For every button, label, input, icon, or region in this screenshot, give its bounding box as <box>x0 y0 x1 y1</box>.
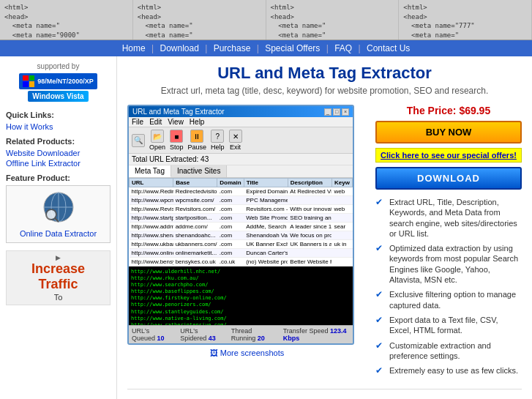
content-split: URL and Meta Tag Extractor _ □ × File Ed… <box>127 105 522 381</box>
col-keywords: Keyw <box>331 179 352 187</box>
buy-now-button[interactable]: BUY NOW <box>375 121 522 143</box>
nav-faq[interactable]: FAQ <box>331 43 356 53</box>
features-list: ✔Extract URL, Title, Description, Keywor… <box>375 197 522 377</box>
code-section-4: <html><head> <meta name="777" <meta name… <box>399 0 532 40</box>
feature-item: ✔Optimized data extraction by using keyw… <box>375 243 522 285</box>
col-url: URL <box>130 179 173 187</box>
open-icon: 📂 <box>151 130 164 143</box>
globe-icon <box>40 189 77 225</box>
feature-item: ✔Export data to a Text file, CSV, Excel,… <box>375 315 522 336</box>
windows-logo: 98/Me/NT/2000/XP <box>19 73 97 89</box>
terminal-line: http://www.ulderhill.nhc.net/ <box>131 269 351 275</box>
nav-bar: Home | Download | Purchase | Special Off… <box>0 40 532 56</box>
intro-section: Introduction <box>127 389 522 399</box>
more-screenshots-link[interactable]: 🖼 More screenshots <box>127 348 367 357</box>
windows-flag-icon <box>23 75 34 87</box>
check-icon: ✔ <box>375 340 386 352</box>
table-row: http://www.startposition...startposition… <box>130 214 353 223</box>
toolbar-exit-btn[interactable]: ✕ Exit <box>229 130 242 151</box>
menu-file[interactable]: File <box>132 118 143 126</box>
open-label: Open <box>149 143 165 151</box>
menu-edit[interactable]: Edit <box>149 118 162 126</box>
stop-icon: ■ <box>170 130 183 143</box>
terminal-line: http://www.native-a-living.com/ <box>131 316 351 322</box>
feature-product-name[interactable]: Online Data Extractor <box>10 229 107 238</box>
terminal-line: http://www.baseflippes.com/ <box>131 288 351 295</box>
code-section-2: <html><head> <meta name=" <meta name=" <… <box>133 0 266 40</box>
total-extracted: Total URL Extracted: 43 <box>129 154 353 165</box>
quick-links-title: Quick Links: <box>6 111 110 119</box>
terminal-line: http://www.firstkey-online.com/ <box>131 295 351 302</box>
pricing-panel: The Price: $69.95 BUY NOW Click here to … <box>375 105 522 381</box>
app-menubar: File Edit View Help <box>129 117 353 127</box>
tab-inactive-sites[interactable]: Inactive Sites <box>171 165 227 177</box>
stop-label: Stop <box>170 143 184 151</box>
check-icon: ✔ <box>375 243 386 255</box>
exit-icon: ✕ <box>229 130 242 143</box>
pause-icon: ⏸ <box>190 130 203 143</box>
special-offers-link[interactable]: Click here to see our special offers! <box>375 148 522 163</box>
code-section-3: <html><head> <meta name=" <meta name=" <… <box>266 0 400 40</box>
toolbar-open-btn[interactable]: 📂 Open <box>149 130 165 151</box>
col-base: Base <box>173 179 217 187</box>
col-description: Description <box>288 179 331 187</box>
menu-help[interactable]: Help <box>190 118 205 126</box>
app-toolbar: 🔍 📂 Open ■ Stop ⏸ Pause <box>129 127 353 154</box>
offline-link-extractor-link[interactable]: Offline Link Extractor <box>6 159 110 168</box>
urls-queued-status: URL's Queued 10 <box>132 327 174 342</box>
nav-contact[interactable]: Contact Us <box>363 43 413 53</box>
maximize-button[interactable]: □ <box>333 108 340 116</box>
price-label: The Price: $69.95 <box>375 105 522 116</box>
page-subtitle: Extract url, meta tag (title, desc, keyw… <box>127 86 522 96</box>
app-statusbar: URL's Queued 10 URL's Spidered 43 Thread… <box>129 325 353 343</box>
close-button[interactable]: × <box>342 108 349 116</box>
nav-special-offers[interactable]: Special Offers <box>261 43 323 53</box>
col-title: Title <box>244 179 288 187</box>
supported-label: supported by <box>6 62 110 70</box>
sidebar: supported by 98/Me/NT/2000/XP Windows Vi… <box>0 56 117 399</box>
minimize-button[interactable]: _ <box>324 108 331 116</box>
svg-point-4 <box>46 209 56 220</box>
tab-meta-tag[interactable]: Meta Tag <box>129 165 171 177</box>
toolbar-search-btn[interactable]: 🔍 <box>132 134 145 147</box>
col-domain: Domain <box>217 179 244 187</box>
nav-home[interactable]: Home <box>119 43 149 53</box>
terminal-line: http://www.searchpho.com/ <box>131 282 351 288</box>
toolbar-help-btn[interactable]: ? Help <box>211 130 225 151</box>
code-section-1: <html><head> <meta name=" <meta name="90… <box>0 0 133 40</box>
feature-item: ✔Customizable extraction and preference … <box>375 340 522 362</box>
related-products-title: Related Products: <box>6 137 110 146</box>
terminal-line: http://www.stantleyguides.com/ <box>131 309 351 316</box>
vista-logo: Windows Vista <box>28 91 88 102</box>
app-terminal: http://www.ulderhill.nhc.net/http://www.… <box>129 266 353 325</box>
urls-spidered-status: URL's Spidered 43 <box>180 327 225 342</box>
exit-label: Exit <box>230 143 241 151</box>
ad-box: ▶ Increase Traffic To <box>6 250 110 305</box>
check-icon: ✔ <box>375 197 386 209</box>
app-tabs: Meta Tag Inactive Sites <box>129 165 353 178</box>
feature-product-box: Online Data Extractor <box>6 185 110 243</box>
feature-product-title: Feature Product: <box>6 174 110 182</box>
main-content: URL and Meta Tag Extractor Extract url, … <box>117 56 532 399</box>
supported-section: supported by 98/Me/NT/2000/XP Windows Vi… <box>6 62 110 102</box>
check-icon: ✔ <box>375 289 386 301</box>
ad-increase-text: Increase <box>10 261 107 277</box>
table-row: http://www.addme.com/addme.com/.comAddMe… <box>130 223 353 231</box>
table-row: http://www.Redirectedvisitor...Redirecte… <box>130 187 353 196</box>
nav-download[interactable]: Download <box>156 43 202 53</box>
thread-running-status: Thread Running 20 <box>231 327 277 342</box>
toolbar-pause-btn[interactable]: ⏸ Pause <box>188 130 207 151</box>
table-row: http://www.wpcmsite.com/wpcmsite.com/.co… <box>130 196 353 205</box>
titlebar-buttons: _ □ × <box>324 108 349 116</box>
ad-traffic-text: Traffic <box>10 277 107 293</box>
app-titlebar: URL and Meta Tag Extractor _ □ × <box>129 106 353 117</box>
how-it-works-link[interactable]: How it Works <box>6 122 110 131</box>
website-downloader-link[interactable]: Website Downloader <box>6 149 110 157</box>
menu-view[interactable]: View <box>168 118 184 126</box>
app-title-text: URL and Meta Tag Extractor <box>132 108 225 116</box>
toolbar-stop-btn[interactable]: ■ Stop <box>170 130 184 151</box>
download-button[interactable]: DOWNLOAD <box>375 167 522 190</box>
nav-purchase[interactable]: Purchase <box>210 43 255 53</box>
app-screenshot: URL and Meta Tag Extractor _ □ × File Ed… <box>127 105 354 345</box>
table-row: http://www.Revisitors.com/Revisitors.com… <box>130 205 353 214</box>
